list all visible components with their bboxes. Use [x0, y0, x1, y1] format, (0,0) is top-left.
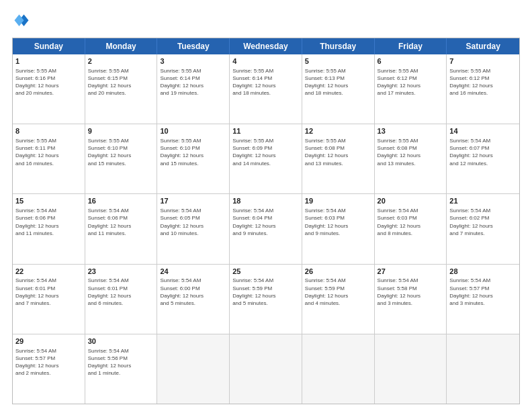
weekday-header-wednesday: Wednesday	[230, 38, 302, 54]
day-number: 16	[88, 196, 154, 206]
day-number: 28	[449, 267, 517, 277]
day-number: 10	[160, 126, 226, 136]
cell-daylight-info: Sunrise: 5:54 AM Sunset: 6:04 PM Dayligh…	[232, 207, 299, 237]
cell-daylight-info: Sunrise: 5:55 AM Sunset: 6:12 PM Dayligh…	[378, 67, 444, 97]
cell-daylight-info: Sunrise: 5:54 AM Sunset: 6:03 PM Dayligh…	[305, 207, 371, 237]
cell-daylight-info: Sunrise: 5:54 AM Sunset: 6:06 PM Dayligh…	[15, 207, 82, 237]
day-number: 21	[449, 196, 517, 206]
calendar-day-20: 20Sunrise: 5:54 AM Sunset: 6:03 PM Dayli…	[375, 194, 447, 263]
cell-daylight-info: Sunrise: 5:55 AM Sunset: 6:10 PM Dayligh…	[88, 137, 154, 167]
day-number: 3	[160, 56, 226, 66]
calendar: SundayMondayTuesdayWednesdayThursdayFrid…	[12, 38, 520, 404]
cell-daylight-info: Sunrise: 5:55 AM Sunset: 6:13 PM Dayligh…	[305, 67, 371, 97]
calendar-row-4: 22Sunrise: 5:54 AM Sunset: 6:01 PM Dayli…	[13, 264, 519, 334]
weekday-header-monday: Monday	[85, 38, 158, 54]
logo	[12, 12, 34, 31]
calendar-day-25: 25Sunrise: 5:54 AM Sunset: 5:59 PM Dayli…	[230, 265, 302, 334]
calendar-day-23: 23Sunrise: 5:54 AM Sunset: 6:01 PM Dayli…	[85, 265, 158, 334]
calendar-day-1: 1Sunrise: 5:55 AM Sunset: 6:16 PM Daylig…	[13, 54, 85, 124]
weekday-header-sunday: Sunday	[13, 38, 85, 54]
cell-daylight-info: Sunrise: 5:54 AM Sunset: 6:01 PM Dayligh…	[15, 277, 82, 307]
calendar-day-21: 21Sunrise: 5:54 AM Sunset: 6:02 PM Dayli…	[447, 194, 519, 263]
cell-daylight-info: Sunrise: 5:55 AM Sunset: 6:08 PM Dayligh…	[305, 137, 371, 167]
calendar-day-7: 7Sunrise: 5:55 AM Sunset: 6:12 PM Daylig…	[447, 54, 519, 124]
calendar-day-15: 15Sunrise: 5:54 AM Sunset: 6:06 PM Dayli…	[13, 194, 85, 263]
calendar-day-2: 2Sunrise: 5:55 AM Sunset: 6:15 PM Daylig…	[85, 54, 158, 124]
weekday-header-saturday: Saturday	[447, 38, 519, 54]
day-number: 7	[449, 56, 517, 66]
calendar-row-1: 1Sunrise: 5:55 AM Sunset: 6:16 PM Daylig…	[13, 54, 519, 124]
calendar-day-19: 19Sunrise: 5:54 AM Sunset: 6:03 PM Dayli…	[302, 194, 375, 263]
calendar-empty-cell	[447, 334, 519, 404]
weekday-header-friday: Friday	[375, 38, 447, 54]
calendar-day-18: 18Sunrise: 5:54 AM Sunset: 6:04 PM Dayli…	[230, 194, 302, 263]
day-number: 2	[88, 56, 154, 66]
calendar-day-9: 9Sunrise: 5:55 AM Sunset: 6:10 PM Daylig…	[85, 124, 158, 193]
cell-daylight-info: Sunrise: 5:55 AM Sunset: 6:09 PM Dayligh…	[232, 137, 299, 167]
weekday-header-thursday: Thursday	[302, 38, 375, 54]
day-number: 4	[232, 56, 299, 66]
day-number: 26	[305, 267, 371, 277]
calendar-empty-cell	[230, 334, 302, 404]
day-number: 17	[160, 196, 226, 206]
calendar-day-6: 6Sunrise: 5:55 AM Sunset: 6:12 PM Daylig…	[375, 54, 447, 124]
cell-daylight-info: Sunrise: 5:54 AM Sunset: 5:59 PM Dayligh…	[232, 277, 299, 307]
day-number: 19	[305, 196, 371, 206]
calendar-header: SundayMondayTuesdayWednesdayThursdayFrid…	[13, 38, 519, 54]
weekday-header-tuesday: Tuesday	[157, 38, 230, 54]
cell-daylight-info: Sunrise: 5:54 AM Sunset: 6:01 PM Dayligh…	[88, 277, 154, 307]
day-number: 25	[232, 267, 299, 277]
day-number: 29	[15, 336, 82, 347]
calendar-day-30: 30Sunrise: 5:54 AM Sunset: 5:56 PM Dayli…	[85, 334, 158, 404]
calendar-day-13: 13Sunrise: 5:55 AM Sunset: 6:08 PM Dayli…	[375, 124, 447, 193]
day-number: 13	[378, 126, 444, 136]
day-number: 14	[449, 126, 517, 136]
calendar-row-3: 15Sunrise: 5:54 AM Sunset: 6:06 PM Dayli…	[13, 193, 519, 263]
cell-daylight-info: Sunrise: 5:54 AM Sunset: 6:06 PM Dayligh…	[88, 207, 154, 237]
cell-daylight-info: Sunrise: 5:54 AM Sunset: 5:57 PM Dayligh…	[449, 277, 517, 307]
calendar-body: 1Sunrise: 5:55 AM Sunset: 6:16 PM Daylig…	[13, 54, 519, 404]
calendar-empty-cell	[157, 334, 230, 404]
calendar-day-14: 14Sunrise: 5:54 AM Sunset: 6:07 PM Dayli…	[447, 124, 519, 193]
day-number: 15	[15, 196, 82, 206]
calendar-day-8: 8Sunrise: 5:55 AM Sunset: 6:11 PM Daylig…	[13, 124, 85, 193]
cell-daylight-info: Sunrise: 5:55 AM Sunset: 6:14 PM Dayligh…	[160, 67, 226, 97]
calendar-empty-cell	[375, 334, 447, 404]
day-number: 11	[232, 126, 299, 136]
header	[12, 12, 520, 31]
calendar-row-5: 29Sunrise: 5:54 AM Sunset: 5:57 PM Dayli…	[13, 334, 519, 404]
calendar-day-3: 3Sunrise: 5:55 AM Sunset: 6:14 PM Daylig…	[157, 54, 230, 124]
day-number: 6	[378, 56, 444, 66]
cell-daylight-info: Sunrise: 5:55 AM Sunset: 6:12 PM Dayligh…	[449, 67, 517, 97]
cell-daylight-info: Sunrise: 5:55 AM Sunset: 6:16 PM Dayligh…	[15, 67, 82, 97]
calendar-day-16: 16Sunrise: 5:54 AM Sunset: 6:06 PM Dayli…	[85, 194, 158, 263]
day-number: 5	[305, 56, 371, 66]
day-number: 22	[15, 267, 82, 277]
cell-daylight-info: Sunrise: 5:54 AM Sunset: 6:05 PM Dayligh…	[160, 207, 226, 237]
day-number: 18	[232, 196, 299, 206]
cell-daylight-info: Sunrise: 5:54 AM Sunset: 5:56 PM Dayligh…	[88, 347, 154, 377]
day-number: 23	[88, 267, 154, 277]
day-number: 8	[15, 126, 82, 136]
cell-daylight-info: Sunrise: 5:55 AM Sunset: 6:11 PM Dayligh…	[15, 137, 82, 167]
cell-daylight-info: Sunrise: 5:55 AM Sunset: 6:10 PM Dayligh…	[160, 137, 226, 167]
page: SundayMondayTuesdayWednesdayThursdayFrid…	[0, 0, 532, 411]
calendar-row-2: 8Sunrise: 5:55 AM Sunset: 6:11 PM Daylig…	[13, 124, 519, 193]
cell-daylight-info: Sunrise: 5:54 AM Sunset: 5:59 PM Dayligh…	[305, 277, 371, 307]
calendar-day-4: 4Sunrise: 5:55 AM Sunset: 6:14 PM Daylig…	[230, 54, 302, 124]
day-number: 27	[378, 267, 444, 277]
cell-daylight-info: Sunrise: 5:54 AM Sunset: 6:02 PM Dayligh…	[449, 207, 517, 237]
calendar-day-24: 24Sunrise: 5:54 AM Sunset: 6:00 PM Dayli…	[157, 265, 230, 334]
cell-daylight-info: Sunrise: 5:54 AM Sunset: 6:03 PM Dayligh…	[378, 207, 444, 237]
day-number: 12	[305, 126, 371, 136]
calendar-day-22: 22Sunrise: 5:54 AM Sunset: 6:01 PM Dayli…	[13, 265, 85, 334]
cell-daylight-info: Sunrise: 5:55 AM Sunset: 6:15 PM Dayligh…	[88, 67, 154, 97]
logo-icon	[12, 12, 31, 31]
cell-daylight-info: Sunrise: 5:54 AM Sunset: 6:00 PM Dayligh…	[160, 277, 226, 307]
day-number: 20	[378, 196, 444, 206]
calendar-day-11: 11Sunrise: 5:55 AM Sunset: 6:09 PM Dayli…	[230, 124, 302, 193]
day-number: 24	[160, 267, 226, 277]
cell-daylight-info: Sunrise: 5:55 AM Sunset: 6:14 PM Dayligh…	[232, 67, 299, 97]
cell-daylight-info: Sunrise: 5:55 AM Sunset: 6:08 PM Dayligh…	[378, 137, 444, 167]
calendar-day-12: 12Sunrise: 5:55 AM Sunset: 6:08 PM Dayli…	[302, 124, 375, 193]
